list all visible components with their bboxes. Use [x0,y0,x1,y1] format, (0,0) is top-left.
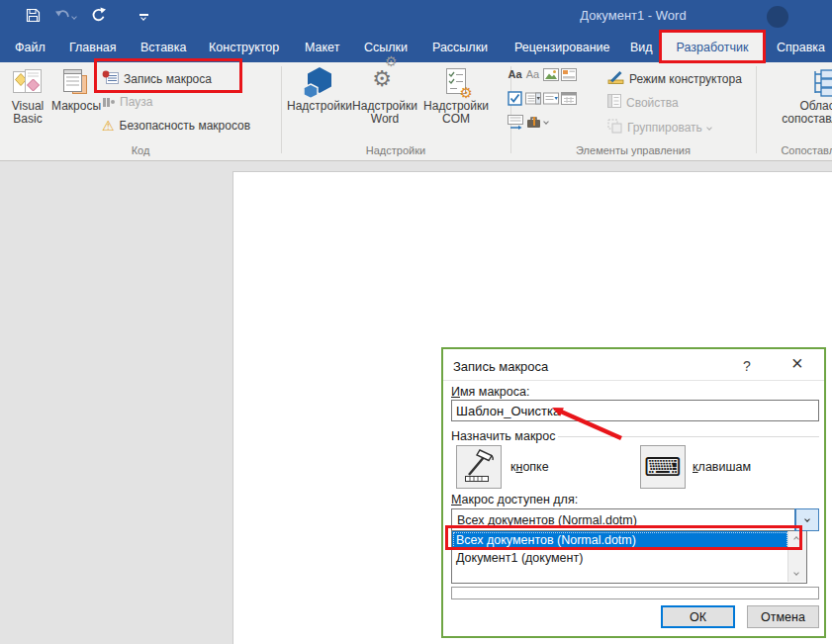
user-avatar[interactable] [767,6,788,28]
list-item-all-documents[interactable]: Всех документов (Normal.dotm) [452,531,788,549]
scroll-up-icon[interactable] [793,536,799,542]
legacy-tools-dropdown-icon [543,119,549,125]
tab-design[interactable]: Конструктор [209,33,279,62]
macros-button[interactable]: Макросы [51,64,101,113]
group-separator [281,66,282,153]
hammer-icon [463,448,495,487]
pause-recording-button[interactable]: Пауза [103,95,152,109]
grouping-dropdown-icon [706,125,712,131]
picture-control-button[interactable] [542,66,559,82]
macro-security-button[interactable]: ⚠ Безопасность макросов [102,119,250,133]
tab-view[interactable]: Вид [630,33,653,62]
building-block-control-button[interactable] [560,66,577,82]
tab-home[interactable]: Главная [69,33,117,62]
legacy-tools-button[interactable] [524,114,550,130]
tab-mailings[interactable]: Рассылки [432,33,488,62]
tab-help[interactable]: Справка [777,33,825,62]
scroll-down-icon[interactable] [793,570,799,576]
redo-icon [90,7,106,27]
visual-basic-icon [6,64,49,100]
undo-icon [54,8,72,26]
pause-icon [103,98,115,107]
customize-quick-access-button[interactable] [133,7,154,27]
controls-group-label: Элементы управления [510,144,756,156]
macro-available-label: Макрос доступен для: [451,493,578,506]
grouping-icon [607,119,622,137]
group-button[interactable]: Группировать [607,119,711,137]
record-macro-button[interactable]: Запись макроса [102,70,212,88]
pause-label: Пауза [120,95,152,109]
addins-group-label: Надстройки [281,144,510,156]
repeating-section-control-button[interactable] [507,114,523,130]
customize-chevron-icon [140,15,146,21]
undo-button[interactable] [51,7,79,27]
dialog-close-button[interactable]: × [791,352,803,375]
addins-label: Надстройки [287,100,348,113]
tab-insert[interactable]: Вставка [140,33,186,62]
redo-button[interactable] [87,7,109,27]
assign-to-keys-button[interactable]: ⌨ [640,445,686,489]
ribbon-tab-row: Файл Главная Вставка Конструктор Макет С… [0,33,832,62]
dialog-title-separator [443,380,824,381]
tab-layout[interactable]: Макет [305,33,339,62]
dropdown-list-icon [543,92,559,105]
macro-description-box[interactable] [451,587,819,599]
com-addins-icon: ⚙ [423,64,489,100]
list-scrollbar[interactable] [787,531,806,582]
macro-name-label: Имя макроса: [451,385,529,399]
tab-developer[interactable]: Разработчик [662,33,763,62]
mapping-label-line2: сопоставления [764,113,832,126]
addins-button[interactable]: Надстройки [287,64,348,113]
assign-to-keys-label: клавишам [693,460,751,474]
date-picker-icon [561,92,577,105]
aa-plain-icon: Aa [526,68,539,80]
properties-button[interactable]: Свойства [607,94,679,111]
macro-security-label: Безопасность макросов [120,119,251,133]
word-addins-button[interactable]: ⚙⚙ Надстройки Word [352,64,417,126]
rich-text-control-button[interactable]: Aa [507,66,523,82]
properties-icon [607,94,621,111]
com-addins-button[interactable]: ⚙ Надстройки COM [423,64,489,126]
visual-basic-button[interactable]: Visual Basic [6,64,49,126]
tab-review[interactable]: Рецензирование [514,33,610,62]
design-mode-button[interactable]: Режим конструктора [607,69,742,88]
tab-file[interactable]: Файл [15,33,46,62]
macros-label: Макросы [51,100,101,113]
macros-icon [51,64,101,100]
ok-button[interactable]: ОК [661,605,735,628]
combobox-value: Всех документов (Normal.dotm) [457,513,637,527]
title-bar: Документ1 - Word [0,0,832,33]
combobox-dropdown-button[interactable] [795,509,818,530]
save-button[interactable] [22,7,44,27]
combo-box-control-button[interactable] [524,90,541,106]
keyboard-icon: ⌨ [644,454,682,480]
date-picker-control-button[interactable] [560,90,577,106]
code-group-label: Код [0,144,281,156]
plain-text-control-button[interactable]: Aa [524,66,541,82]
assign-to-button-button[interactable] [456,445,502,489]
xml-mapping-pane-button[interactable]: Область сопоставления [764,64,832,126]
aa-rich-icon: Aa [508,68,521,80]
save-icon [26,8,41,27]
list-item-document1[interactable]: Документ1 (документ) [452,549,788,567]
dialog-title: Запись макроса [453,359,548,374]
addins-icon [287,64,348,100]
ribbon: Visual Basic Макросы [0,62,832,161]
checkbox-control-button[interactable] [507,90,523,106]
macro-name-input[interactable] [451,400,819,421]
repeating-section-icon [508,115,523,130]
record-macro-label: Запись макроса [124,72,212,86]
chevron-down-icon [804,516,810,522]
word-window: Документ1 - Word Файл Главная Вставка Ко… [0,0,832,644]
dropdown-list-control-button[interactable] [542,90,559,106]
dialog-help-button[interactable]: ? [743,358,751,374]
combo-box-icon [525,92,541,105]
record-macro-dialog: Запись макроса ? × Имя макроса: Назначит… [441,347,826,638]
grouping-label: Группировать [627,121,702,135]
properties-label: Свойства [626,96,679,110]
combobox-open-list: Всех документов (Normal.dotm) Документ1 … [451,531,807,584]
assign-to-button-label: кнопке [510,460,549,474]
warning-triangle-icon: ⚠ [102,119,115,133]
cancel-button[interactable]: Отмена [747,605,819,628]
macro-available-combobox[interactable]: Всех документов (Normal.dotm) [451,508,819,531]
